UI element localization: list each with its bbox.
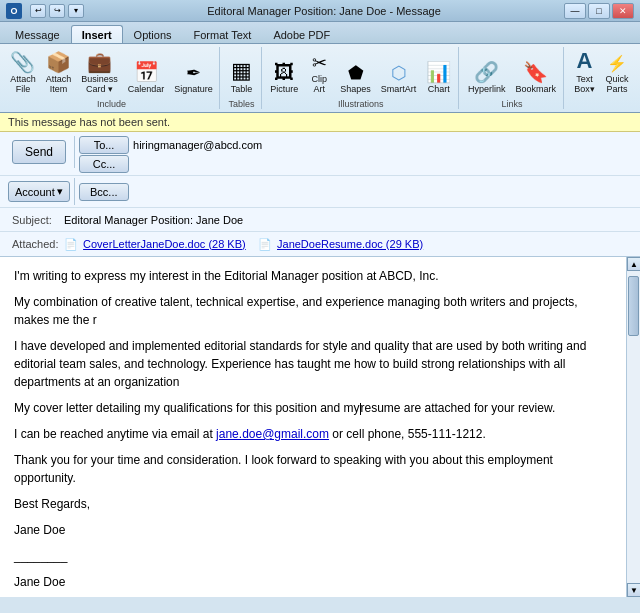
tab-format-text[interactable]: Format Text (183, 25, 263, 43)
cc-button[interactable]: Cc... (79, 155, 129, 173)
send-button[interactable]: Send (12, 140, 66, 164)
undo-button[interactable]: ↩ (30, 4, 46, 18)
text-group-label (600, 99, 603, 109)
table-button[interactable]: ▦ Table (226, 57, 256, 97)
picture-button[interactable]: 🖼 Picture (266, 59, 302, 97)
ribbon-group-links: 🔗 Hyperlink 🔖 Bookmark Links (461, 47, 564, 109)
message-not-sent-text: This message has not been sent. (8, 116, 170, 128)
bcc-button[interactable]: Bcc... (79, 183, 129, 201)
quick-parts-label: QuickParts (606, 74, 629, 94)
window-title: Editoral Manager Position: Jane Doe - Me… (84, 5, 564, 17)
quick-access-dropdown[interactable]: ▾ (68, 4, 84, 18)
quick-parts-icon: ⚡ (607, 56, 627, 72)
redo-button[interactable]: ↪ (49, 4, 65, 18)
signature-icon: ✒ (186, 64, 201, 82)
subject-value[interactable]: Editoral Manager Position: Jane Doe (64, 214, 243, 226)
body-para-10: Jane Doe (14, 573, 612, 591)
body-para-3: I have developed and implemented editori… (14, 337, 612, 391)
bookmark-icon: 🔖 (523, 62, 548, 82)
body-para-2: My combination of creative talent, techn… (14, 293, 612, 329)
form-row-bcc: Account ▾ Bcc... (0, 176, 640, 208)
ribbon-tab-bar: Message Insert Options Format Text Adobe… (0, 22, 640, 44)
ribbon-group-illustrations: 🖼 Picture ✂ ClipArt ⬟ Shapes ⬡ SmartArt … (264, 47, 459, 109)
to-field-value[interactable]: hiringmanager@abcd.com (133, 139, 636, 151)
body-para-8: Jane Doe (14, 521, 612, 539)
scrollbar-thumb[interactable] (628, 276, 639, 336)
calendar-button[interactable]: 📅 Calendar (124, 59, 169, 97)
clip-art-button[interactable]: ✂ ClipArt (304, 51, 334, 97)
tab-options[interactable]: Options (123, 25, 183, 43)
account-area: Account ▾ (4, 178, 75, 205)
close-button[interactable]: ✕ (612, 3, 634, 19)
scrollbar-track[interactable] (627, 271, 640, 583)
business-card-icon: 💼 (87, 52, 112, 72)
picture-label: Picture (270, 84, 298, 94)
attach-item-label: AttachItem (46, 74, 72, 94)
form-row-to: Send To... hiringmanager@abcd.com Cc... (0, 132, 640, 176)
business-card-button[interactable]: 💼 BusinessCard ▾ (77, 49, 122, 97)
table-label: Table (231, 84, 253, 94)
attach-item-icon: 📦 (46, 52, 71, 72)
chart-button[interactable]: 📊 Chart (422, 59, 455, 97)
scrollbar[interactable]: ▲ ▼ (626, 257, 640, 597)
ribbon-group-text: A TextBox▾ ⚡ QuickParts (566, 47, 636, 109)
chart-icon: 📊 (426, 62, 451, 82)
shapes-button[interactable]: ⬟ Shapes (336, 61, 375, 97)
tab-adobe-pdf[interactable]: Adobe PDF (262, 25, 341, 43)
body-para-5: I can be reached anytime via email at ja… (14, 425, 612, 443)
hyperlink-icon: 🔗 (474, 62, 499, 82)
title-bar: O ↩ ↪ ▾ Editoral Manager Position: Jane … (0, 0, 640, 22)
attach-item-button[interactable]: 📦 AttachItem (42, 49, 76, 97)
attached-file-1-link[interactable]: CoverLetterJaneDoe.doc (28 KB) (83, 238, 246, 250)
signature-button[interactable]: ✒ Signature (170, 61, 217, 97)
ribbon-toolbar: 📎 AttachFile 📦 AttachItem 💼 BusinessCard… (0, 44, 640, 113)
to-button[interactable]: To... (79, 136, 129, 154)
bookmark-button[interactable]: 🔖 Bookmark (511, 59, 560, 97)
send-button-area: Send (4, 136, 75, 168)
scroll-down-button[interactable]: ▼ (627, 583, 640, 597)
attached-label: Attached: (4, 238, 64, 250)
calendar-icon: 📅 (134, 62, 159, 82)
calendar-label: Calendar (128, 84, 165, 94)
attached-files: 📄 CoverLetterJaneDoe.doc (28 KB) 📄 JaneD… (64, 238, 636, 251)
smartart-button[interactable]: ⬡ SmartArt (377, 61, 421, 97)
chart-label: Chart (428, 84, 450, 94)
form-row-attached: Attached: 📄 CoverLetterJaneDoe.doc (28 K… (0, 232, 640, 256)
body-para-9: ________ (14, 547, 612, 565)
text-box-button[interactable]: A TextBox▾ (570, 47, 600, 97)
tab-message[interactable]: Message (4, 25, 71, 43)
quick-parts-button[interactable]: ⚡ QuickParts (602, 53, 633, 97)
email-body[interactable]: I'm writing to express my interest in th… (0, 257, 626, 597)
email-body-container: I'm writing to express my interest in th… (0, 257, 640, 597)
shapes-icon: ⬟ (348, 64, 364, 82)
attached-file-2-link[interactable]: JaneDoeResume.doc (29 KB) (277, 238, 423, 250)
attach-file-button[interactable]: 📎 AttachFile (6, 49, 40, 97)
scroll-up-button[interactable]: ▲ (627, 257, 640, 271)
attach-file-2-icon: 📄 (258, 238, 272, 250)
email-link-body[interactable]: jane.doe@gmail.com (216, 427, 329, 441)
hyperlink-button[interactable]: 🔗 Hyperlink (464, 59, 510, 97)
account-button[interactable]: Account ▾ (8, 181, 70, 202)
window-controls: — □ ✕ (564, 3, 634, 19)
clip-art-label: ClipArt (312, 74, 328, 94)
maximize-button[interactable]: □ (588, 3, 610, 19)
app-logo: O (6, 3, 22, 19)
minimize-button[interactable]: — (564, 3, 586, 19)
business-card-label: BusinessCard ▾ (81, 74, 118, 94)
body-para-6: Thank you for your time and consideratio… (14, 451, 612, 487)
email-form: Send To... hiringmanager@abcd.com Cc... … (0, 132, 640, 257)
text-cursor (360, 403, 361, 415)
attach-file-icon: 📎 (10, 52, 35, 72)
signature-label: Signature (174, 84, 213, 94)
text-box-icon: A (577, 50, 593, 72)
message-not-sent-bar: This message has not been sent. (0, 113, 640, 132)
ribbon-group-include: 📎 AttachFile 📦 AttachItem 💼 BusinessCard… (4, 47, 220, 109)
ribbon-group-tables: ▦ Table Tables (222, 47, 262, 109)
tab-insert[interactable]: Insert (71, 25, 123, 43)
tables-group-label: Tables (228, 99, 254, 109)
smartart-icon: ⬡ (391, 64, 407, 82)
body-para-7: Best Regards, (14, 495, 612, 513)
account-label: Account (15, 186, 55, 198)
smartart-label: SmartArt (381, 84, 417, 94)
text-box-label: TextBox▾ (574, 74, 595, 94)
